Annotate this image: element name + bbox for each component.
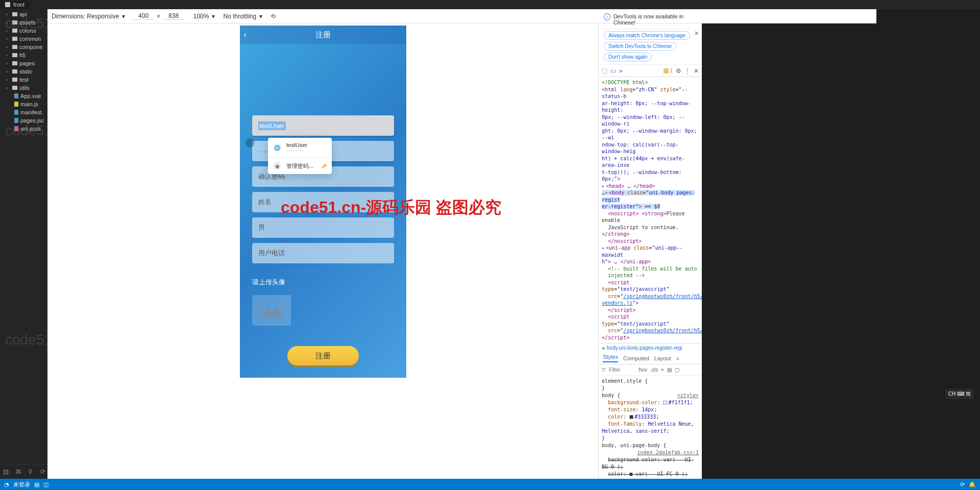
phone-input[interactable]: 用户电话 [252, 243, 394, 263]
inspect-icon[interactable]: ⬚ [602, 67, 607, 75]
chevron-right-icon: › [6, 69, 10, 74]
elements-breadcrumb[interactable]: ◂ body.uni-body.pages-register-regi [599, 343, 702, 352]
file-mainjs[interactable]: main.js [0, 100, 47, 108]
file-pagesjsc[interactable]: pages.jsc [0, 116, 47, 125]
tab-label: front [13, 2, 24, 8]
warnings-count[interactable]: 1 [664, 68, 673, 74]
bug-icon[interactable]: ⌘ [15, 468, 22, 476]
bell-icon[interactable]: 🔔 [969, 481, 976, 488]
dimensions-dropdown[interactable]: Dimensions: Responsive [52, 13, 119, 20]
folder-static[interactable]: ›static [0, 67, 47, 76]
upload-avatar-box[interactable] [252, 295, 291, 326]
autofill-suggestion[interactable]: 🌐 testUser········ [268, 138, 332, 157]
phone-frame: ‹ 注册 testUser ········ 确认密码 姓名 男 用户电话 请上… [240, 26, 406, 378]
kebab-icon[interactable]: ⋮ [684, 67, 691, 75]
chip-dont-show[interactable]: Don't show again [604, 53, 652, 61]
chevron-right-icon: › [6, 45, 10, 50]
cls-toggle[interactable]: .cls [650, 367, 658, 373]
device-toolbar: Dimensions: Responsive ▾ × 100% ▾ No thr… [47, 9, 876, 23]
devtools-language-notice: i DevTools is now available in Chinese! [599, 9, 702, 29]
chrome-icon: ◉ [273, 162, 281, 170]
search-icon[interactable]: ⚲ [28, 468, 35, 476]
devtools-panel: i DevTools is now available in Chinese! … [598, 9, 702, 479]
rotate-icon[interactable]: ⟲ [271, 13, 276, 20]
throttling-dropdown[interactable]: No throttling [223, 13, 256, 20]
hov-toggle[interactable]: :hov [638, 367, 647, 373]
zoom-dropdown[interactable]: 100% [193, 13, 209, 20]
autofill-popup: 🌐 testUser········ ◉ 管理密码... 🔑 [268, 138, 332, 174]
device-toggle-icon[interactable]: ▭ [610, 67, 616, 75]
gender-input[interactable]: 男 [252, 217, 394, 238]
upload-avatar-label: 请上传头像 [252, 278, 394, 287]
folder-colorui[interactable]: ›colorui [0, 27, 47, 35]
terminal-icon[interactable]: ▤ [3, 468, 10, 476]
phone-navbar: ‹ 注册 [240, 26, 406, 44]
ime-indicator[interactable]: CH ⌨ 简 [945, 389, 974, 399]
login-status[interactable]: 未登录 [13, 481, 30, 488]
styles-body[interactable]: element.style {} body { <style> backgrou… [599, 376, 702, 479]
folder-h5[interactable]: ›h5 [0, 51, 47, 59]
file-icon [14, 118, 18, 123]
computed-icon[interactable]: ▤ [667, 367, 672, 373]
folder-pages[interactable]: ›pages [0, 59, 47, 67]
styles-filter: ▽ :hov .cls + ▤ ▢ [599, 364, 702, 376]
close-icon[interactable]: ✕ [694, 30, 699, 37]
width-input[interactable] [133, 12, 154, 20]
file-manifest[interactable]: manifest. [0, 108, 47, 116]
folder-test[interactable]: ›test [0, 76, 47, 84]
register-form: testUser ········ 确认密码 姓名 男 用户电话 请上传头像 注… [240, 44, 406, 365]
folder-icon [12, 69, 17, 74]
tab-styles[interactable]: Styles [603, 354, 618, 362]
tab-computed[interactable]: Computed [623, 355, 649, 361]
device-viewport: ‹ 注册 testUser ········ 确认密码 姓名 男 用户电话 请上… [47, 9, 598, 479]
name-input[interactable]: 姓名 [252, 192, 394, 212]
file-appvue[interactable]: App.vue [0, 92, 47, 100]
box-model-icon[interactable]: ▢ [675, 367, 679, 373]
sync-icon[interactable]: ⟳ [960, 481, 965, 488]
chevron-right-icon: › [6, 86, 10, 90]
submit-button[interactable]: 注册 [287, 346, 359, 365]
file-uniscss[interactable]: uni.scss [0, 125, 47, 133]
chip-always-match[interactable]: Always match Chrome's language [604, 31, 690, 40]
chevron-right-icon: › [6, 20, 10, 25]
folder-icon [12, 45, 17, 49]
editor-tabs: front [0, 0, 980, 9]
gear-icon[interactable]: ⚙ [676, 67, 681, 75]
manage-passwords[interactable]: ◉ 管理密码... 🔑 [268, 157, 332, 174]
new-rule-icon[interactable]: + [661, 367, 664, 373]
back-icon[interactable]: ‹ [244, 30, 247, 39]
folder-common[interactable]: ›common [0, 35, 47, 43]
folder-icon [12, 78, 17, 82]
folder-api[interactable]: ›api [0, 10, 47, 18]
touch-cursor-icon [246, 138, 255, 148]
folder-assets[interactable]: ›assets [0, 18, 47, 27]
image-placeholder-icon [260, 301, 283, 320]
file-icon [14, 110, 18, 115]
folder-icon [12, 20, 17, 24]
page-title: 注册 [315, 30, 331, 40]
layout-icon[interactable]: ◫ [43, 481, 48, 488]
filter-input[interactable] [609, 367, 634, 373]
user-icon[interactable]: ◔ [4, 481, 9, 488]
elements-tree[interactable]: <!DOCTYPE html> <html lang="zh-CN" style… [599, 77, 702, 343]
chevron-right-icon: › [6, 61, 10, 66]
height-input[interactable] [163, 12, 184, 20]
terminal-icon[interactable]: ▤ [34, 481, 39, 488]
file-icon [14, 102, 18, 107]
right-dark-area [702, 9, 980, 479]
tab-layout[interactable]: Layout [654, 355, 671, 361]
more-tabs-icon[interactable]: » [676, 355, 679, 361]
folder-icon [12, 29, 17, 33]
folder-icon [12, 53, 17, 57]
sync-icon[interactable]: ⟳ [40, 468, 47, 476]
chip-switch-chinese[interactable]: Switch DevTools to Chinese [604, 42, 676, 51]
folder-utils[interactable]: ›utils [0, 84, 47, 92]
styles-tabs: Styles Computed Layout » [599, 352, 702, 364]
more-tabs-icon[interactable]: » [619, 67, 623, 75]
browser-preview: Dimensions: Responsive ▾ × 100% ▾ No thr… [47, 9, 980, 479]
tab-front[interactable]: front [0, 1, 30, 9]
folder-icon [12, 61, 17, 65]
folder-compone[interactable]: ›compone [0, 43, 47, 51]
close-devtools-icon[interactable]: ✕ [694, 67, 699, 75]
username-input[interactable]: testUser [252, 115, 394, 136]
